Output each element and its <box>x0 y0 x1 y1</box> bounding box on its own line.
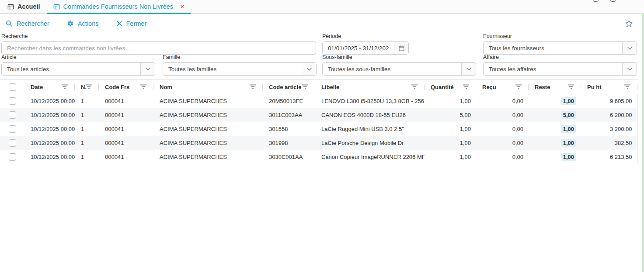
row-checkbox[interactable] <box>9 97 16 105</box>
filter-icon[interactable] <box>62 85 68 90</box>
column-header-code-article[interactable]: Code article <box>263 80 315 94</box>
filter-icon[interactable] <box>250 85 256 90</box>
column-header-reste[interactable]: Reste <box>529 80 581 94</box>
search-input[interactable] <box>2 45 316 52</box>
row-select-cell <box>0 150 24 164</box>
periode-label: Période <box>322 33 409 39</box>
filter-icon[interactable] <box>140 85 146 90</box>
select-all-header <box>0 80 24 94</box>
cell-code-frs: 000041 <box>99 94 153 108</box>
filter-icon[interactable] <box>411 85 418 90</box>
tab-accueil[interactable]: Accueil <box>1 0 47 13</box>
cell-reste: 1,00 <box>529 150 581 164</box>
row-checkbox[interactable] <box>9 111 16 119</box>
cell-libelle: Canon Copieur ImageRUNNER 2206 MFP <box>315 150 425 164</box>
search-button[interactable]: Rechercher <box>6 20 49 27</box>
clipped-toolbar-icon[interactable] <box>610 0 616 2</box>
cell-nom: ACIMA SUPERMARCHES <box>153 122 263 136</box>
fournisseur-select[interactable]: Tous les fournisseurs <box>483 41 637 55</box>
table-row[interactable]: 10/12/2025 00:001000041ACIMA SUPERMARCHE… <box>0 136 637 150</box>
table-row[interactable]: 10/12/2025 00:001000041ACIMA SUPERMARCHE… <box>0 150 637 164</box>
cell-code-article: 3011C003AA <box>263 108 315 122</box>
search-button-label: Rechercher <box>17 20 49 27</box>
chevron-down-icon <box>307 68 312 71</box>
row-select-cell <box>0 94 24 108</box>
close-button-label: Fermer <box>126 20 147 27</box>
toolbar: Rechercher Actions Fermer <box>0 14 644 33</box>
tab-close-icon[interactable]: × <box>180 3 184 10</box>
clipped-toolbar-icon[interactable] <box>593 0 599 2</box>
cell-n: 1 <box>75 150 99 164</box>
article-dropdown-button[interactable] <box>140 63 155 75</box>
filter-icon[interactable] <box>302 85 308 90</box>
reste-value: 5,00 <box>561 111 576 119</box>
cell-code-frs: 000041 <box>99 150 153 164</box>
header-row: Date N. Code Frs Nom Code article Libell… <box>0 80 637 94</box>
actions-button-label: Actions <box>78 20 99 27</box>
calendar-button[interactable] <box>394 42 408 54</box>
filter-icon[interactable] <box>463 85 469 90</box>
row-checkbox[interactable] <box>9 139 16 147</box>
cell-n: 1 <box>75 94 99 108</box>
actions-button[interactable]: Actions <box>67 20 99 27</box>
sous-famille-select[interactable]: Toutes les sous-familles <box>322 62 476 76</box>
favorite-button[interactable] <box>625 20 633 28</box>
fournisseur-label: Fournisseur <box>483 33 637 39</box>
column-header-code-frs[interactable]: Code Frs <box>99 80 153 94</box>
affaire-value: Toutes les affaires <box>484 66 622 72</box>
article-select[interactable]: Tous les articles <box>1 62 155 76</box>
column-header-libelle[interactable]: Libelle <box>315 80 425 94</box>
cell-nom: ACIMA SUPERMARCHES <box>153 94 263 108</box>
famille-dropdown-button[interactable] <box>302 63 316 75</box>
sous-famille-dropdown-button[interactable] <box>461 63 476 75</box>
table-row[interactable]: 10/12/2025 00:001000041ACIMA SUPERMARCHE… <box>0 122 637 136</box>
cell-quantite: 1,00 <box>425 150 476 164</box>
cell-pu-ht: 6 200,00 <box>581 108 637 122</box>
tab-commandes-fournisseurs[interactable]: Commandes Fournisseurs Non Livrées × <box>47 0 191 13</box>
filter-icon[interactable] <box>624 85 630 90</box>
cell-pu-ht: 3 200,00 <box>581 122 637 136</box>
column-header-n[interactable]: N. <box>75 80 99 94</box>
row-checkbox[interactable] <box>9 125 16 133</box>
filter-panel: Recherche Période Fournisseur Tous les f… <box>0 33 644 79</box>
sous-famille-label: Sous-famille <box>322 54 476 60</box>
article-value: Tous les articles <box>2 66 140 72</box>
famille-select[interactable]: Toutes les familles <box>163 62 317 76</box>
cell-recu: 0,00 <box>476 150 529 164</box>
cell-libelle: LaCie Rugged Mini USB 3.0 2.5" <box>315 122 425 136</box>
periode-input[interactable] <box>323 45 394 52</box>
fournisseur-dropdown-button[interactable] <box>622 42 637 54</box>
cell-pu-ht: 6 213,50 <box>581 150 637 164</box>
column-header-pu-ht[interactable]: Pu ht <box>581 80 637 94</box>
cell-recu: 0,00 <box>476 108 529 122</box>
cell-reste: 1,00 <box>529 94 581 108</box>
cell-code-frs: 000041 <box>99 122 153 136</box>
table-row[interactable]: 10/12/2025 00:001000041ACIMA SUPERMARCHE… <box>0 94 637 108</box>
affaire-select[interactable]: Toutes les affaires <box>483 62 637 76</box>
cell-libelle: LaCie Porsche Design Mobile Dr <box>315 136 425 150</box>
cell-quantite: 1,00 <box>425 136 476 150</box>
affaire-dropdown-button[interactable] <box>622 63 637 75</box>
select-all-checkbox[interactable] <box>9 83 16 91</box>
filter-icon[interactable] <box>86 85 92 90</box>
star-icon <box>625 20 633 28</box>
table-row[interactable]: 10/12/2025 00:001000041ACIMA SUPERMARCHE… <box>0 108 637 122</box>
row-select-cell <box>0 108 24 122</box>
filter-icon[interactable] <box>515 85 522 90</box>
column-header-nom[interactable]: Nom <box>153 80 263 94</box>
cell-libelle: CANON EOS 4000D 18-55 EU26 <box>315 108 425 122</box>
column-header-date[interactable]: Date <box>24 80 75 94</box>
reste-value: 1,00 <box>561 153 576 161</box>
column-header-recu[interactable]: Reçu <box>476 80 529 94</box>
row-checkbox[interactable] <box>9 153 16 161</box>
tab-label: Commandes Fournisseurs Non Livrées <box>63 3 173 10</box>
filter-icon[interactable] <box>568 85 574 90</box>
cell-pu-ht: 9 605,00 <box>581 94 637 108</box>
famille-label: Famille <box>163 54 317 60</box>
table-icon <box>7 3 14 10</box>
search-field-wrap <box>1 41 316 55</box>
chevron-down-icon <box>146 68 150 71</box>
column-header-quantite[interactable]: Quantité <box>425 80 476 94</box>
close-button[interactable]: Fermer <box>116 20 147 27</box>
famille-value: Toutes les familles <box>163 66 302 72</box>
